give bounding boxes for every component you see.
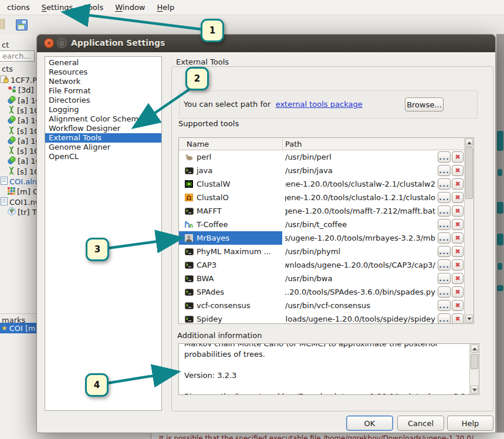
tool-name-cell[interactable]: CAP3 <box>179 258 282 272</box>
project-tab-label[interactable]: ct <box>2 40 9 49</box>
tool-row-cap3[interactable]: CAP3/Downloads/ugene-1.20.0/tools/CAP3/c… <box>179 258 465 272</box>
browse-button[interactable]: Browse... <box>405 97 444 112</box>
table-scrollbar[interactable] <box>464 138 473 323</box>
delete-path-icon[interactable]: ✖ <box>452 286 464 298</box>
info-scrollbar[interactable] <box>469 344 479 394</box>
tree-item[interactable]: [s] 1C <box>8 146 36 156</box>
dialog-titlebar[interactable]: ✕ ◻ Application Settings <box>37 35 495 52</box>
tree-item[interactable]: [a] 1C <box>8 156 36 166</box>
delete-path-icon[interactable]: ✖ <box>452 246 464 257</box>
browse-path-button[interactable]: ... <box>438 273 451 284</box>
search-input[interactable]: earch... <box>0 50 35 62</box>
tree-item[interactable]: COI.aln <box>1 177 36 187</box>
tool-name-cell[interactable]: MrBayes <box>179 231 282 245</box>
delete-path-icon[interactable]: ✖ <box>452 205 464 217</box>
category-workflow-designer[interactable]: Workflow Designer <box>45 124 161 133</box>
browse-path-button[interactable]: ... <box>438 178 451 190</box>
cancel-button[interactable]: Cancel <box>397 416 444 431</box>
browse-path-button[interactable]: ... <box>438 313 451 324</box>
maximize-icon[interactable]: ◻ <box>57 38 67 48</box>
tree-item[interactable]: 1CF7.PD <box>1 75 36 85</box>
tool-row-spades[interactable]: SPAdesne-1.20.0/tools/SPAdes-3.6.0/bin/s… <box>179 285 465 299</box>
tool-name-cell[interactable]: ΩClustalO <box>179 191 282 204</box>
tool-row-mafft[interactable]: MAFFTs/ugene-1.20.0/tools/mafft-7.212/ma… <box>179 204 465 218</box>
category-file-format[interactable]: File Format <box>45 86 161 96</box>
category-general[interactable]: General <box>45 58 161 67</box>
delete-path-icon[interactable]: ✖ <box>452 300 464 311</box>
tree-item[interactable]: [m] C <box>8 187 36 197</box>
browse-path-button[interactable]: ... <box>438 300 451 311</box>
tool-row-perl[interactable]: perl/usr/bin/perl...✖ <box>179 150 465 164</box>
tool-row-t-coffee[interactable]: T-Coffee/usr/bin/t_coffee...✖ <box>179 218 465 231</box>
help-button[interactable]: Help <box>447 416 493 431</box>
tool-name-cell[interactable]: vcf-consensus <box>179 299 282 312</box>
column-name[interactable]: Name <box>187 140 209 148</box>
menu-item-help[interactable]: Help <box>151 1 180 13</box>
tool-name-cell[interactable]: perl <box>179 150 282 164</box>
tree-item[interactable]: [tr] Tr <box>8 207 36 217</box>
delete-path-icon[interactable]: ✖ <box>452 232 464 244</box>
tree-item[interactable]: [a] 1C <box>8 96 36 106</box>
tool-name-cell[interactable]: BWA <box>179 272 282 285</box>
tool-row-phyml-maximum-[interactable]: PhyML Maximum .../usr/bin/phyml...✖ <box>179 245 465 258</box>
tree-item[interactable]: [a] 1C <box>8 116 36 126</box>
browse-path-button[interactable]: ... <box>438 219 451 230</box>
close-icon[interactable]: ✕ <box>44 38 54 48</box>
tree-item[interactable]: [s] 1C <box>8 126 36 136</box>
tree-item[interactable]: [s] 1C <box>8 106 36 116</box>
category-opencl[interactable]: OpenCL <box>45 152 161 161</box>
browse-path-button[interactable]: ... <box>438 286 451 298</box>
tree-item[interactable]: [s] 1C <box>8 167 36 177</box>
scroll-down-icon[interactable] <box>465 315 473 323</box>
category-resources[interactable]: Resources <box>45 67 161 77</box>
browse-path-button[interactable]: ... <box>438 205 451 217</box>
category-external-tools[interactable]: External Tools <box>45 133 161 143</box>
bookmark-item[interactable]: ★ COI [m] <box>0 323 36 333</box>
delete-path-icon[interactable]: ✖ <box>452 151 464 163</box>
browse-path-button[interactable]: ... <box>438 151 451 163</box>
save-icon[interactable] <box>16 19 28 31</box>
browse-path-button[interactable]: ... <box>438 165 451 176</box>
delete-path-icon[interactable]: ✖ <box>452 192 464 203</box>
column-path[interactable]: Path <box>285 140 302 148</box>
browse-path-button[interactable]: ... <box>438 246 451 257</box>
tool-name-cell[interactable]: Spidey <box>179 312 282 324</box>
category-logging[interactable]: Logging <box>45 105 161 114</box>
scroll-up-icon[interactable] <box>465 139 473 147</box>
tree-item[interactable]: [a] 1C <box>8 136 36 146</box>
ok-button[interactable]: OK <box>346 416 393 431</box>
scroll-down-icon[interactable] <box>471 386 478 394</box>
delete-path-icon[interactable]: ✖ <box>452 313 464 324</box>
delete-path-icon[interactable]: ✖ <box>452 219 464 230</box>
menu-item-window[interactable]: Window <box>109 1 151 13</box>
browse-path-button[interactable]: ... <box>438 232 451 244</box>
menu-item-ctions[interactable]: ctions <box>1 1 36 13</box>
delete-path-icon[interactable]: ✖ <box>452 259 464 271</box>
tool-name-cell[interactable]: MAFFT <box>179 204 282 218</box>
tree-item[interactable]: COI1.nwk <box>1 197 36 207</box>
tool-row-clustalo[interactable]: ΩClustalOs/ugene-1.20.0/tools/clustalo-1… <box>179 191 465 204</box>
delete-path-icon[interactable]: ✖ <box>452 273 464 284</box>
tool-row-vcf-consensus[interactable]: vcf-consensus/usr/bin/vcf-consensus...✖ <box>179 299 465 312</box>
tool-name-cell[interactable]: SPAdes <box>179 285 282 299</box>
scrollbar-thumb[interactable] <box>465 147 473 199</box>
tool-name-cell[interactable]: ClustalW <box>179 177 282 191</box>
menu-item-settings[interactable]: Settings <box>36 1 79 13</box>
category-directories[interactable]: Directories <box>45 96 161 105</box>
scrollbar-thumb[interactable] <box>471 354 478 369</box>
scroll-up-icon[interactable] <box>471 345 478 353</box>
tool-name-cell[interactable]: T-Coffee <box>179 218 282 231</box>
tool-row-clustalw[interactable]: ClustalWs/ugene-1.20.0/tools/clustalw-2.… <box>179 177 465 191</box>
external-tools-package-link[interactable]: external tools package <box>276 100 363 109</box>
category-genome-aligner[interactable]: Genome Aligner <box>45 143 161 152</box>
browse-path-button[interactable]: ... <box>438 259 451 271</box>
browse-path-button[interactable]: ... <box>438 192 451 203</box>
category-alignment-color-scheme[interactable]: Alignment Color Scheme <box>45 114 161 124</box>
tool-row-bwa[interactable]: BWA/usr/bin/bwa...✖ <box>179 272 465 285</box>
tree-item[interactable]: [3d] 1 <box>8 85 36 95</box>
delete-path-icon[interactable]: ✖ <box>452 165 464 176</box>
tool-name-cell[interactable]: java <box>179 164 282 177</box>
tool-row-spidey[interactable]: Spideywnloads/ugene-1.20.0/tools/spidey/… <box>179 312 465 324</box>
menu-item-tools[interactable]: Tools <box>79 1 109 13</box>
tool-row-mrbayes[interactable]: MrBayesoads/ugene-1.20.0/tools/mrbayes-3… <box>179 231 465 245</box>
